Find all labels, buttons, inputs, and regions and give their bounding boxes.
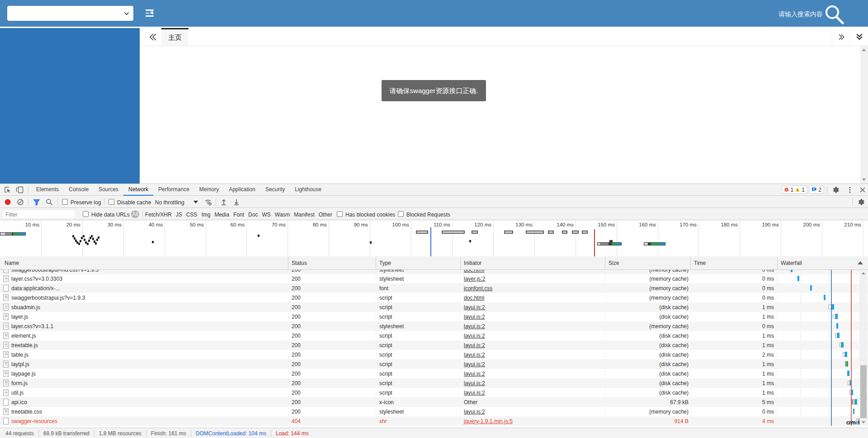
- filter-funnel-icon[interactable]: [33, 198, 40, 206]
- request-initiator[interactable]: layui.js:2: [464, 342, 485, 349]
- page-scrollbar[interactable]: [860, 46, 868, 184]
- search-icon[interactable]: [825, 4, 846, 24]
- preserve-log-checkbox[interactable]: [62, 199, 68, 205]
- column-header-size[interactable]: Size: [609, 260, 619, 266]
- request-initiator[interactable]: jquery-1.9.1.min.js:5: [464, 418, 513, 424]
- request-name[interactable]: treetable.js: [11, 342, 38, 349]
- filter-type-font[interactable]: Font: [233, 212, 244, 218]
- devtools-settings-gear-icon[interactable]: [832, 186, 839, 193]
- filter-type-doc[interactable]: Doc: [248, 212, 258, 218]
- hide-data-urls-label[interactable]: Hide data URLs: [91, 212, 130, 218]
- request-initiator[interactable]: iconfont.css: [464, 285, 492, 292]
- request-initiator[interactable]: layui.js:2: [464, 314, 485, 320]
- clear-icon[interactable]: [17, 198, 24, 206]
- throttling-select[interactable]: No throttling: [155, 199, 184, 206]
- column-separator[interactable]: [777, 257, 778, 269]
- request-name[interactable]: swaggerbootstrapui-md.css?v=1.9.3: [11, 270, 99, 273]
- request-initiator[interactable]: doc.html: [464, 295, 484, 301]
- scrollbar-down-arrow-icon[interactable]: [862, 421, 865, 424]
- request-name[interactable]: layer.css?v=3.1.1: [11, 323, 53, 330]
- request-name[interactable]: util.js: [11, 390, 24, 396]
- request-initiator[interactable]: layui.js:2: [464, 323, 485, 330]
- blocked-requests-label[interactable]: Blocked Requests: [406, 212, 450, 218]
- devtools-menu-dots-icon[interactable]: [846, 186, 854, 193]
- devtools-tab-network[interactable]: Network: [123, 184, 153, 196]
- request-name[interactable]: swagger-resources: [11, 418, 57, 424]
- request-row-swaggerbootstrapui-js-v-1-9-3[interactable]: swaggerbootstrapui.js?v=1.9.3 200 script…: [0, 293, 868, 302]
- devtools-tab-application[interactable]: Application: [224, 184, 260, 196]
- request-name[interactable]: data:application/x-...: [11, 285, 60, 292]
- filter-type-fetch-xhr[interactable]: Fetch/XHR: [145, 212, 172, 218]
- request-row-layer-css-v-3-1-1[interactable]: layer.css?v=3.1.1 200 stylesheet layui.j…: [0, 321, 868, 331]
- throttling-dropdown-arrow-icon[interactable]: [193, 201, 198, 203]
- filter-type-ws[interactable]: WS: [262, 212, 270, 218]
- column-separator[interactable]: [460, 257, 461, 269]
- filter-type-all[interactable]: All: [131, 211, 139, 218]
- request-row-layer-js[interactable]: layer.js 200 script layui.js:2 (disk cac…: [0, 312, 868, 321]
- column-header-time[interactable]: Time: [694, 260, 706, 266]
- request-initiator[interactable]: layui.js:2: [464, 380, 485, 386]
- request-row-data-application-x-[interactable]: data:application/x-... 200 font iconfont…: [0, 283, 868, 293]
- filter-type-img[interactable]: Img: [201, 212, 210, 218]
- has-blocked-cookies-checkbox[interactable]: [337, 211, 343, 217]
- preserve-log-label[interactable]: Preserve log: [71, 199, 101, 206]
- request-row-treetable-css[interactable]: treetable.css 200 stylesheet layui.js:2 …: [0, 407, 868, 416]
- filter-type-media[interactable]: Media: [214, 212, 229, 218]
- request-row-laypage-js[interactable]: laypage.js 200 script layui.js:2 (disk c…: [0, 369, 868, 378]
- devtools-tab-sources[interactable]: Sources: [94, 184, 123, 196]
- request-row-form-js[interactable]: form.js 200 script layui.js:2 (disk cach…: [0, 378, 868, 388]
- record-button[interactable]: [4, 198, 11, 206]
- request-row-treetable-js[interactable]: treetable.js 200 script layui.js:2 (disk…: [0, 340, 868, 350]
- filter-type-wasm[interactable]: Wasm: [275, 212, 290, 218]
- scrollbar-down-arrow-icon[interactable]: [862, 179, 866, 181]
- request-initiator[interactable]: layui.js:2: [464, 352, 485, 358]
- request-name[interactable]: sbuadmin.js: [11, 304, 40, 311]
- inspect-element-icon[interactable]: [4, 186, 11, 193]
- scrollbar-up-arrow-icon[interactable]: [862, 49, 866, 51]
- column-header-initiator[interactable]: Initiator: [464, 260, 481, 266]
- column-separator[interactable]: [605, 257, 605, 269]
- column-separator[interactable]: [376, 257, 376, 269]
- import-har-icon[interactable]: [220, 198, 227, 206]
- tabs-more-button[interactable]: [832, 28, 850, 46]
- request-initiator[interactable]: layui.js:2: [464, 390, 485, 396]
- request-initiator[interactable]: layui.js:2: [464, 361, 485, 367]
- request-name[interactable]: form.js: [11, 380, 28, 386]
- request-row-element-js[interactable]: element.js 200 script layui.js:2 (disk c…: [0, 331, 868, 340]
- sidebar-collapse-icon[interactable]: [146, 9, 154, 17]
- request-row-laytpl-js[interactable]: laytpl.js 200 script layui.js:2 (disk ca…: [0, 359, 868, 369]
- request-initiator[interactable]: layui.js:2: [464, 409, 485, 415]
- devtools-tab-security[interactable]: Security: [260, 184, 290, 196]
- request-initiator[interactable]: Other: [464, 399, 477, 405]
- disable-cache-checkbox[interactable]: [108, 199, 114, 205]
- network-search-icon[interactable]: [46, 198, 53, 206]
- devtools-tab-console[interactable]: Console: [64, 184, 94, 196]
- disable-cache-label[interactable]: Disable cache: [117, 199, 151, 206]
- request-row-table-js[interactable]: table.js 200 script layui.js:2 (disk cac…: [0, 350, 868, 359]
- request-name[interactable]: treetable.css: [11, 409, 42, 415]
- request-name[interactable]: swaggerbootstrapui.js?v=1.9.3: [11, 295, 85, 301]
- devtools-close-icon[interactable]: [859, 186, 866, 193]
- request-name[interactable]: element.js: [11, 333, 36, 339]
- filter-type-other[interactable]: Other: [319, 212, 332, 218]
- has-blocked-cookies-label[interactable]: Has blocked cookies: [345, 212, 395, 218]
- table-scrollbar[interactable]: [859, 270, 868, 426]
- column-header-status[interactable]: Status: [292, 260, 307, 266]
- request-name[interactable]: table.js: [11, 352, 28, 358]
- request-row-sbuadmin-js[interactable]: sbuadmin.js 200 script layui.js:2 (disk …: [0, 302, 868, 312]
- request-name[interactable]: layer.js: [11, 314, 28, 320]
- tab-home[interactable]: 主页: [161, 28, 189, 46]
- request-name[interactable]: laypage.js: [11, 371, 36, 377]
- request-row-swagger-resources[interactable]: swagger-resources 404 xhr jquery-1.9.1.m…: [0, 416, 868, 426]
- column-header-waterfall[interactable]: Waterfall: [781, 260, 802, 266]
- request-row-api-ico[interactable]: api.ico 200 x-icon Other 67.9 kB 5 ms: [0, 397, 868, 407]
- device-toolbar-icon[interactable]: [16, 186, 24, 193]
- sort-arrow-icon[interactable]: [858, 261, 863, 264]
- request-name[interactable]: layer.css?v=3.0.3303: [11, 276, 62, 282]
- workspace-select[interactable]: [7, 6, 133, 21]
- request-name[interactable]: api.ico: [11, 399, 27, 405]
- request-row-util-js[interactable]: util.js 200 script layui.js:2 (disk cach…: [0, 388, 868, 397]
- request-name[interactable]: laytpl.js: [11, 361, 29, 367]
- blocked-requests-checkbox[interactable]: [398, 211, 404, 217]
- tabs-scroll-left-button[interactable]: [144, 28, 162, 46]
